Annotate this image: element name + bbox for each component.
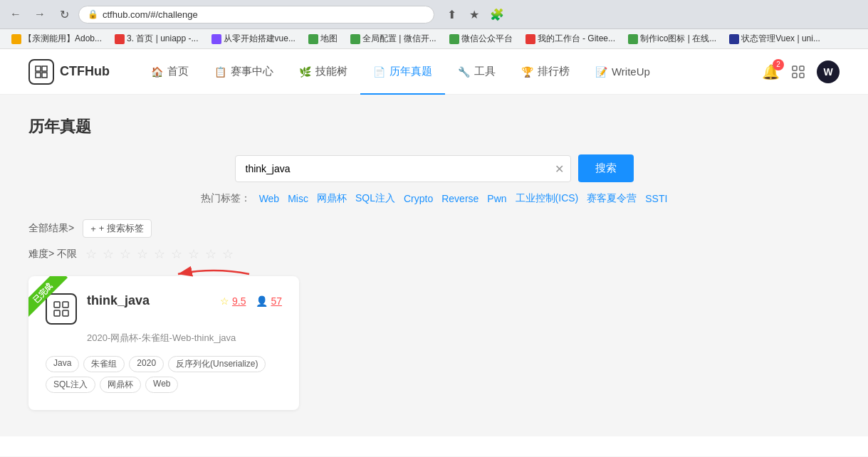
hot-tag-crypto[interactable]: Crypto	[404, 193, 433, 204]
card-meta: ☆ 9.5 👤 57	[220, 295, 282, 307]
navbar-right: 🔔 2 W	[762, 61, 840, 83]
star-9[interactable]: ☆	[222, 246, 234, 262]
arrow-indicator	[171, 263, 256, 287]
tag-zhuguezu[interactable]: 朱雀组	[83, 356, 125, 372]
card-badge: 已完成	[28, 276, 78, 326]
logo-icon	[28, 59, 54, 85]
bookmark-icon	[350, 34, 360, 44]
forward-button[interactable]: →	[30, 4, 50, 24]
bookmark-item[interactable]: 3. 首页 | uniapp -...	[109, 31, 204, 47]
bookmark-button[interactable]: ★	[464, 4, 484, 24]
bookmark-item[interactable]: 微信公众平台	[444, 31, 518, 47]
star-8[interactable]: ☆	[205, 246, 216, 262]
contest-icon: 📋	[214, 66, 226, 78]
clear-icon[interactable]: ✕	[555, 162, 564, 175]
star-7[interactable]: ☆	[188, 246, 199, 262]
add-tag-button[interactable]: + + 搜索标签	[83, 219, 152, 238]
hot-tag-misc[interactable]: Misc	[288, 193, 308, 204]
main-content: 历年真题 ✕ 搜索 热门标签： Web Misc 网鼎杯 SQL注入 Crypt…	[0, 95, 868, 436]
search-button[interactable]: 搜索	[578, 154, 634, 182]
hot-tag-pwn[interactable]: Pwn	[487, 193, 506, 204]
address-bar[interactable]: 🔒 ctfhub.com/#/challenge	[78, 6, 434, 23]
bookmark-icon	[211, 34, 221, 44]
hot-tags: 热门标签： Web Misc 网鼎杯 SQL注入 Crypto Reverse …	[201, 192, 668, 205]
nav-item-skilltree[interactable]: 🌿 技能树	[286, 49, 360, 95]
card-header: think_java ☆ 9.5 👤 57	[46, 293, 282, 325]
tag-sql[interactable]: SQL注入	[46, 377, 95, 393]
hot-tag-summer[interactable]: 赛客夏令营	[587, 192, 637, 205]
all-results-label[interactable]: 全部结果>	[28, 222, 74, 235]
grid-icon[interactable]	[788, 62, 808, 82]
url-text: ctfhub.com/#/challenge	[103, 9, 425, 20]
tag-web[interactable]: Web	[145, 377, 178, 393]
star-5[interactable]: ☆	[154, 246, 165, 262]
hot-tag-reverse[interactable]: Reverse	[441, 193, 479, 204]
hot-tag-ics[interactable]: 工业控制(ICS)	[516, 192, 579, 205]
svg-rect-7	[800, 73, 804, 78]
difficulty-label: 难度> 不限	[28, 248, 77, 261]
svg-rect-6	[793, 73, 797, 78]
share-button[interactable]: ⬆	[441, 4, 461, 24]
svg-rect-2	[36, 73, 41, 78]
tag-deserialize[interactable]: 反序列化(Unserialize)	[168, 356, 266, 372]
bookmark-icon	[308, 34, 318, 44]
nav-links: 🏠 首页 📋 赛事中心 🌿 技能树 📄 历年真题 🔧 工具 🏆 排行榜	[138, 49, 762, 95]
star-2[interactable]: ☆	[103, 246, 114, 262]
bookmark-item[interactable]: 地图	[303, 31, 343, 47]
bookmark-item[interactable]: 从零开始搭建vue...	[206, 31, 301, 47]
lock-icon: 🔒	[88, 9, 98, 19]
card-title: think_java	[87, 293, 150, 308]
star-6[interactable]: ☆	[171, 246, 182, 262]
bookmark-item[interactable]: 全局配置 | 微信开...	[345, 31, 442, 47]
bookmark-icon	[729, 34, 739, 44]
search-input-wrap: ✕	[235, 155, 571, 182]
past-problems-icon: 📄	[373, 66, 385, 78]
logo[interactable]: CTFHub	[28, 59, 110, 85]
hot-tag-wangding[interactable]: 网鼎杯	[317, 192, 347, 205]
reload-button[interactable]: ↻	[54, 4, 74, 24]
card-participants: 👤 57	[256, 295, 282, 307]
svg-rect-1	[42, 66, 47, 71]
back-button[interactable]: ←	[6, 4, 26, 24]
nav-item-contest[interactable]: 📋 赛事中心	[202, 49, 286, 95]
search-input[interactable]	[235, 155, 571, 182]
hot-tags-label: 热门标签：	[201, 192, 251, 205]
tag-2020[interactable]: 2020	[129, 356, 164, 372]
nav-item-home[interactable]: 🏠 首页	[138, 49, 202, 95]
star-1[interactable]: ☆	[85, 246, 97, 262]
extensions-button[interactable]: 🧩	[487, 4, 507, 24]
challenge-card[interactable]: 已完成 think_java	[28, 276, 299, 410]
bookmark-item[interactable]: 我的工作台 - Gitee...	[520, 31, 621, 47]
add-icon: +	[90, 224, 96, 234]
nav-item-ranking[interactable]: 🏆 排行榜	[508, 49, 582, 95]
tag-java[interactable]: Java	[46, 356, 79, 372]
card-tags: Java 朱雀组 2020 反序列化(Unserialize) SQL注入 网鼎…	[46, 356, 282, 393]
notification-button[interactable]: 🔔 2	[762, 63, 780, 80]
bookmark-icon	[449, 34, 459, 44]
bookmark-item[interactable]: 【亲测能用】Adob...	[6, 31, 108, 47]
hot-tag-web[interactable]: Web	[259, 193, 280, 204]
bookmark-icon	[115, 34, 125, 44]
avatar[interactable]: W	[817, 61, 840, 83]
bookmark-item[interactable]: 制作ico图标 | 在线...	[622, 31, 722, 47]
star-4[interactable]: ☆	[137, 246, 148, 262]
difficulty-row: 难度> 不限 ☆ ☆ ☆ ☆ ☆ ☆ ☆ ☆ ☆	[28, 246, 840, 262]
bookmark-icon	[525, 34, 535, 44]
card-info: think_java ☆ 9.5 👤 57	[87, 293, 282, 312]
svg-rect-4	[793, 66, 797, 70]
hot-tag-ssti[interactable]: SSTI	[645, 193, 667, 204]
nav-item-writeup[interactable]: 📝 WriteUp	[582, 49, 663, 95]
bookmark-item[interactable]: 状态管理Vuex | uni...	[723, 31, 826, 47]
tag-wangding[interactable]: 网鼎杯	[100, 377, 141, 393]
ranking-icon: 🏆	[521, 66, 533, 78]
star-3[interactable]: ☆	[120, 246, 131, 262]
page-title: 历年真题	[28, 116, 840, 137]
navbar: CTFHub 🏠 首页 📋 赛事中心 🌿 技能树 📄 历年真题 🔧 工具	[0, 49, 868, 95]
nav-item-tools[interactable]: 🔧 工具	[445, 49, 508, 95]
star-icon: ☆	[220, 295, 229, 307]
hot-tag-sql[interactable]: SQL注入	[355, 192, 395, 205]
nav-item-past-problems[interactable]: 📄 历年真题	[360, 49, 445, 95]
search-row: ✕ 搜索	[235, 154, 634, 182]
svg-rect-5	[800, 66, 804, 70]
skilltree-icon: 🌿	[299, 66, 311, 78]
